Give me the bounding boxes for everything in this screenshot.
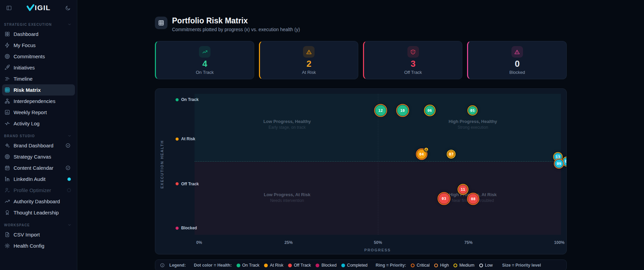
sidebar-item-interdependencies[interactable]: Interdependencies [2, 96, 75, 107]
x-tick-100: 100% [554, 240, 565, 245]
grid-icon [4, 87, 10, 93]
user-check-icon [4, 187, 10, 193]
sidebar-item-label: Timeline [14, 76, 71, 82]
stats-row: 4 On Track 2 At Risk 3 Off Track 0 Block… [155, 41, 567, 79]
page-header-icon-box [155, 17, 167, 29]
chart-legend: Legend: Dot color = Health: On Track At … [155, 259, 567, 270]
stat-value: 0 [515, 59, 520, 68]
commitment-bubble-12[interactable]: 12 [374, 104, 387, 117]
stat-card-at-risk: 2 At Risk [259, 41, 358, 79]
commitment-bubble-11[interactable]: 11 [458, 184, 468, 195]
health-midline [195, 161, 561, 162]
commitment-bubble-09[interactable]: 09 [554, 159, 564, 169]
sidebar-item-authority-dashboard[interactable]: Authority Dashboard [2, 196, 75, 207]
sidebar-nav: STRATEGIC EXECUTION Dashboard My Focus C… [0, 16, 77, 251]
section-header-workspace[interactable]: WORKSPACE [0, 221, 77, 229]
section-label: STRATEGIC EXECUTION [4, 23, 52, 26]
sidebar-item-timeline[interactable]: Timeline [2, 73, 75, 84]
sidebar-item-thought-leadership[interactable]: Thought Leadership [2, 207, 75, 218]
sidebar-item-my-focus[interactable]: My Focus [2, 40, 75, 51]
check-badge [65, 165, 71, 170]
stat-card-blocked: 0 Blocked [467, 41, 566, 79]
trending-up-icon [4, 199, 10, 204]
x-axis-title: PROGRESS [195, 248, 561, 252]
y-axis-gutter: EXECUTION HEALTH On Track At Risk Off Tr… [155, 94, 195, 235]
sidebar-item-linkedin-audit[interactable]: LinkedIn Audit [2, 173, 75, 185]
x-axis: 0% 25% 50% 75% 100% [195, 240, 561, 245]
commitment-bubble-05[interactable]: 05 [467, 105, 478, 116]
grid-icon [158, 20, 164, 26]
section-header-brand-studio[interactable]: BRAND STUDIO [0, 132, 77, 140]
legend-dot-icon [341, 264, 345, 267]
commitment-bubble-08[interactable]: 08 [467, 193, 479, 205]
legend-dot-icon [237, 264, 240, 267]
stat-label: Blocked [509, 70, 525, 75]
check-badge [65, 143, 71, 148]
commitment-bubble-10[interactable]: 10 [396, 104, 409, 117]
stat-icon-box [511, 46, 523, 58]
sidebar-item-csv-import[interactable]: CSV Import [2, 229, 75, 240]
theme-toggle-button[interactable] [65, 5, 71, 11]
sidebar-item-risk-matrix[interactable]: Risk Matrix [2, 84, 75, 96]
notification-dot [67, 178, 71, 181]
legend-ring-icon [479, 264, 483, 267]
legend-dot-icon [264, 264, 268, 267]
stat-card-on-track: 4 On Track [155, 41, 254, 79]
commitment-bubble-04[interactable]: 04 [416, 148, 427, 160]
sidebar-item-weekly-report[interactable]: Weekly Report [2, 107, 75, 118]
check-circle-icon [65, 165, 71, 170]
stat-value: 4 [202, 59, 207, 68]
sidebar-item-brand-dashboard[interactable]: Brand Dashboard [2, 140, 75, 151]
warning-icon [306, 49, 312, 55]
sidebar-item-initiatives[interactable]: Initiatives [2, 62, 75, 73]
legend-health-label: Dot color = Health: [194, 263, 232, 268]
sidebar-item-dashboard[interactable]: Dashboard [2, 28, 75, 40]
sidebar-item-label: Activity Log [14, 121, 71, 126]
commitment-bubble-03[interactable]: 03 [438, 192, 450, 205]
network-icon [4, 98, 10, 104]
at-risk-zone-tint [195, 161, 561, 235]
quadrant-subtitle: Needs intervention [264, 198, 310, 203]
legend-title: Legend: [169, 263, 186, 268]
sidebar-item-label: Dashboard [14, 31, 71, 37]
legend-ring-icon [411, 264, 415, 267]
legend-health-completed: Completed [341, 263, 367, 268]
linkedin-icon [4, 176, 10, 182]
legend-ring-icon [434, 264, 438, 267]
legend-health-blocked: Blocked [316, 263, 336, 268]
rocket-icon [4, 65, 10, 70]
sidebar-item-health-config[interactable]: Health Config [2, 240, 75, 251]
sidebar-item-label: Interdependencies [14, 98, 71, 104]
app-logo: IGIL [15, 4, 62, 12]
stat-icon-box [199, 46, 210, 58]
legend-priority-low: Low [479, 263, 493, 268]
shield-alert-icon [410, 49, 416, 55]
commitment-bubble-06[interactable]: 06 [424, 105, 436, 116]
section-label: BRAND STUDIO [4, 134, 35, 138]
sidebar-item-commitments[interactable]: Commitments [2, 51, 75, 62]
sidebar-item-profile-optimizer[interactable]: Profile Optimizer [2, 185, 75, 196]
quadrant-label-high-progress-healthy: High Progress, Healthy Strong execution [449, 119, 497, 130]
legend-ring-icon [454, 264, 457, 267]
section-header-strategic-execution[interactable]: STRATEGIC EXECUTION [0, 20, 77, 28]
quadrant-subtitle: Strong execution [449, 125, 497, 130]
health-dot-icon [176, 227, 179, 230]
chevron-down-icon [67, 223, 72, 227]
sidebar-item-content-calendar[interactable]: Content Calendar [2, 162, 75, 173]
health-dot-icon [176, 98, 179, 101]
commitment-bubble-07[interactable]: 07 [447, 150, 456, 159]
x-tick-25: 25% [284, 240, 293, 245]
sidebar-collapse-button[interactable] [6, 5, 12, 11]
risk-matrix-panel: EXECUTION HEALTH On Track At Risk Off Tr… [155, 88, 567, 254]
info-icon-wrap [160, 263, 165, 268]
legend-dot-icon [316, 264, 319, 267]
y-axis-title: EXECUTION HEALTH [160, 140, 164, 189]
section-label: WORKSPACE [4, 223, 30, 227]
calendar-icon [4, 165, 10, 171]
sidebar-item-activity-log[interactable]: Activity Log [2, 118, 75, 129]
target-icon [4, 54, 10, 59]
legend-priority-critical: Critical [411, 263, 429, 268]
sidebar-item-strategy-canvas[interactable]: Strategy Canvas [2, 151, 75, 162]
logo-v-check-icon [26, 4, 35, 12]
sidebar-item-label: Weekly Report [14, 109, 71, 115]
